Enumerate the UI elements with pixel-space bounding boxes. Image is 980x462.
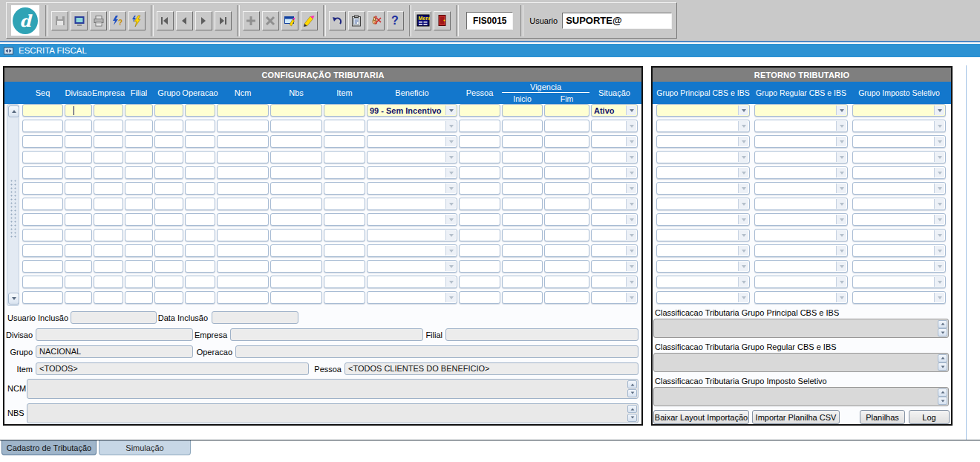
chevron-down-icon[interactable] — [738, 152, 748, 162]
chevron-down-icon[interactable] — [934, 168, 944, 178]
nav-first-button[interactable] — [157, 11, 174, 30]
chevron-down-icon[interactable] — [445, 183, 456, 193]
cell-filial[interactable] — [125, 276, 153, 288]
grid-vertical-scrollbar[interactable] — [7, 104, 19, 306]
retorno-button-2[interactable]: Importar Planilha CSV — [752, 410, 840, 424]
cell-empresa[interactable] — [94, 120, 123, 132]
cell-empresa[interactable] — [94, 135, 123, 148]
ncm-textarea[interactable] — [27, 379, 638, 399]
cell-item[interactable] — [324, 120, 365, 132]
cell-ncm[interactable] — [217, 166, 269, 179]
chevron-down-icon[interactable] — [934, 137, 944, 146]
chevron-down-icon[interactable] — [445, 230, 456, 240]
cell-inicio[interactable] — [502, 120, 543, 132]
retorno-cell-dropdown[interactable] — [852, 135, 946, 148]
cell-ncm[interactable] — [217, 135, 269, 148]
cell-empresa[interactable] — [94, 229, 123, 241]
classificacao-seletivo-textarea[interactable] — [653, 387, 949, 406]
cell-seq[interactable] — [22, 244, 63, 257]
chevron-down-icon[interactable] — [836, 152, 846, 162]
cell-situacao-dropdown[interactable] — [591, 198, 638, 210]
cell-grupo[interactable] — [154, 276, 183, 288]
cell-ncm[interactable] — [217, 198, 269, 210]
cell-operacao[interactable] — [185, 166, 215, 179]
cell-fim[interactable] — [544, 276, 589, 288]
chevron-down-icon[interactable] — [836, 277, 846, 287]
cell-inicio[interactable] — [502, 260, 543, 273]
cell-item[interactable] — [324, 104, 365, 117]
add-button[interactable] — [243, 11, 260, 30]
chevron-down-icon[interactable] — [626, 152, 636, 162]
cell-ncm[interactable] — [217, 229, 269, 241]
cell-fim[interactable] — [544, 213, 589, 226]
retorno-cell-dropdown[interactable] — [852, 260, 946, 273]
cell-pessoa[interactable] — [459, 182, 500, 195]
cell-operacao[interactable] — [185, 213, 215, 226]
cell-divisao[interactable] — [65, 229, 92, 241]
cell-empresa[interactable] — [94, 244, 123, 257]
chevron-down-icon[interactable] — [738, 215, 748, 224]
grupo-field[interactable]: NACIONAL — [36, 345, 193, 358]
chevron-down-icon[interactable] — [934, 246, 944, 256]
cell-situacao-dropdown[interactable] — [591, 213, 638, 226]
chevron-down-icon[interactable] — [934, 183, 944, 193]
retorno-cell-dropdown[interactable] — [754, 135, 848, 148]
help-lightning-button[interactable]: ? — [109, 11, 126, 30]
cell-operacao[interactable] — [185, 260, 215, 273]
cell-filial[interactable] — [125, 135, 153, 148]
cell-ncm[interactable] — [217, 244, 269, 257]
data-inclusao-field[interactable] — [212, 311, 298, 324]
chevron-down-icon[interactable] — [445, 137, 456, 146]
cell-seq[interactable] — [22, 104, 63, 117]
chevron-down-icon[interactable] — [738, 230, 748, 240]
cell-ncm[interactable] — [217, 260, 269, 273]
cell-seq[interactable] — [22, 291, 63, 304]
cell-item[interactable] — [324, 135, 365, 148]
cell-divisao[interactable] — [65, 291, 92, 304]
chevron-down-icon[interactable] — [934, 199, 944, 209]
cell-inicio[interactable] — [502, 244, 543, 257]
cell-situacao-dropdown[interactable] — [591, 120, 638, 132]
cell-operacao[interactable] — [185, 135, 215, 148]
cell-operacao[interactable] — [185, 120, 215, 132]
cell-situacao-dropdown[interactable] — [591, 229, 638, 241]
cell-filial[interactable] — [125, 291, 153, 304]
retorno-cell-dropdown[interactable] — [656, 166, 750, 179]
chevron-down-icon[interactable] — [445, 277, 456, 287]
chevron-down-icon[interactable] — [445, 168, 456, 178]
help-button[interactable]: ? — [387, 11, 404, 30]
retorno-cell-dropdown[interactable] — [852, 276, 946, 288]
cell-pessoa[interactable] — [459, 151, 500, 163]
chevron-down-icon[interactable] — [626, 183, 636, 193]
cell-empresa[interactable] — [94, 276, 123, 288]
cell-filial[interactable] — [125, 104, 153, 117]
cell-situacao-dropdown[interactable] — [591, 166, 638, 179]
cell-divisao[interactable] — [65, 182, 92, 195]
cell-fim[interactable] — [544, 104, 589, 117]
cell-fim[interactable] — [544, 135, 589, 148]
cell-fim[interactable] — [544, 229, 589, 241]
cell-grupo[interactable] — [154, 151, 183, 163]
chevron-down-icon[interactable] — [836, 183, 846, 193]
cell-divisao[interactable] — [65, 151, 92, 163]
cell-beneficio-dropdown[interactable] — [367, 276, 457, 288]
cell-seq[interactable] — [22, 260, 63, 273]
tab-cadastro-tributacao[interactable]: Cadastro de Tributação — [1, 440, 97, 455]
filial-field[interactable] — [445, 328, 638, 341]
retorno-cell-dropdown[interactable] — [754, 213, 848, 226]
chevron-down-icon[interactable] — [836, 261, 846, 271]
cell-ncm[interactable] — [217, 213, 269, 226]
cell-inicio[interactable] — [502, 291, 543, 304]
cell-fim[interactable] — [544, 166, 589, 179]
cell-beneficio-dropdown[interactable] — [367, 291, 457, 304]
chevron-down-icon[interactable] — [445, 199, 456, 209]
pencil-button[interactable] — [301, 11, 318, 30]
spin-up-button[interactable] — [627, 380, 637, 388]
cell-fim[interactable] — [544, 260, 589, 273]
cell-beneficio-dropdown[interactable] — [367, 151, 457, 163]
cell-seq[interactable] — [22, 120, 63, 132]
cell-seq[interactable] — [22, 166, 63, 179]
chevron-down-icon[interactable] — [836, 246, 846, 256]
chevron-down-icon[interactable] — [445, 121, 456, 131]
retorno-cell-dropdown[interactable] — [754, 244, 848, 257]
